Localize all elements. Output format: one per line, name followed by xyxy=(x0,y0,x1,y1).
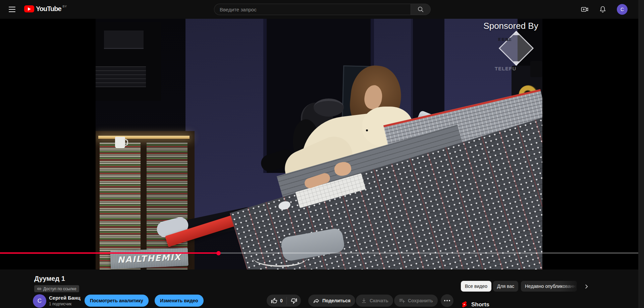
search-button[interactable] xyxy=(411,4,431,15)
youtube-logo[interactable]: YouTube BY xyxy=(24,5,67,12)
progress-played xyxy=(0,252,218,254)
video-meta-section: Дуумед 1 Доступ по ссылке C Сергей Банц … xyxy=(0,269,638,308)
visibility-badge: Доступ по ссылке xyxy=(34,285,79,292)
channel-name[interactable]: Сергей Банц xyxy=(49,295,80,301)
progress-scrubber[interactable] xyxy=(216,251,221,255)
video-player: NAILTHEMIX Sponsored By TELE FUN KEN TEL… xyxy=(0,19,638,269)
download-icon xyxy=(361,297,367,304)
headphones xyxy=(314,99,344,117)
avatar-letter: C xyxy=(621,7,624,12)
top-bar: YouTube BY C xyxy=(0,0,638,19)
region-code: BY xyxy=(63,5,67,8)
like-dislike-pill: 0 xyxy=(267,295,301,307)
lav-mic xyxy=(366,129,368,131)
coffee-mug xyxy=(115,137,125,148)
edit-video-button[interactable]: Изменить видео xyxy=(155,295,204,307)
search-box xyxy=(214,4,411,15)
player-controls: 20:31 / 1:00:32 HD xyxy=(0,255,638,269)
hamburger-menu-icon[interactable] xyxy=(9,7,15,12)
rack-light xyxy=(98,136,190,139)
chip-for-you[interactable]: Для вас xyxy=(493,281,518,292)
share-button[interactable]: Поделиться xyxy=(308,295,355,307)
chevron-right-icon xyxy=(583,283,590,290)
shorts-section-header[interactable]: Shorts xyxy=(461,301,489,308)
sponsored-by-text: Sponsored By xyxy=(474,21,542,31)
subscriber-count: 1 подписчик xyxy=(49,302,71,306)
search-input[interactable] xyxy=(220,7,411,12)
progress-bar[interactable] xyxy=(0,252,638,254)
dislike-icon[interactable] xyxy=(290,297,298,304)
shorts-label: Shorts xyxy=(471,301,489,308)
more-actions-button[interactable] xyxy=(441,294,453,307)
view-analytics-button[interactable]: Посмотреть аналитику xyxy=(85,295,149,307)
account-avatar[interactable]: C xyxy=(617,4,628,15)
channel-avatar[interactable]: C xyxy=(33,294,46,308)
shorts-icon xyxy=(461,301,468,308)
chip-recently-uploaded[interactable]: Недавно опубликованн xyxy=(521,281,577,292)
telefunken-wall-text: TELEFU xyxy=(495,66,516,71)
share-icon xyxy=(313,297,320,304)
create-video-icon xyxy=(581,5,589,13)
youtube-logo-text: YouTube xyxy=(36,5,61,12)
youtube-play-icon xyxy=(24,5,34,12)
chip-all-videos[interactable]: Все видео xyxy=(461,281,491,292)
audio-gear xyxy=(96,66,146,87)
bell-icon xyxy=(599,5,607,13)
telefunken-logo: TELE FUN KEN xyxy=(498,30,534,66)
save-button[interactable]: Сохранить xyxy=(394,295,438,307)
audio-gear xyxy=(104,30,144,49)
create-video-button[interactable] xyxy=(581,5,589,13)
chips-scroll-right-button[interactable] xyxy=(582,282,591,291)
search-area xyxy=(214,4,431,15)
telefunken-diamond xyxy=(499,31,534,66)
link-icon xyxy=(37,287,42,291)
video-title: Дуумед 1 xyxy=(34,275,65,283)
search-icon xyxy=(417,6,424,13)
video-frame[interactable]: NAILTHEMIX Sponsored By TELE FUN KEN TEL… xyxy=(96,19,542,269)
page-scrollbar[interactable] xyxy=(638,0,644,308)
like-count: 0 xyxy=(280,298,283,303)
like-icon[interactable] xyxy=(271,297,278,304)
notifications-button[interactable] xyxy=(599,5,607,13)
youtube-watch-page: YouTube BY C xyxy=(0,0,644,308)
playlist-add-icon xyxy=(399,297,406,304)
download-button[interactable]: Скачать xyxy=(356,295,393,307)
